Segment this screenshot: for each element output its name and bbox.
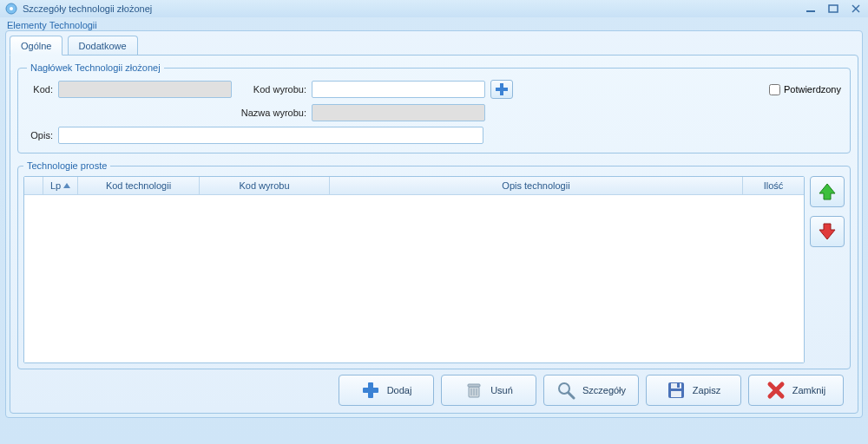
tab-general[interactable]: Ogólne (10, 36, 62, 56)
svg-marker-9 (819, 224, 835, 239)
kod-input (58, 81, 232, 98)
col-lp[interactable]: Lp (43, 177, 78, 194)
close-icon (766, 381, 786, 400)
kod-wyrobu-label: Kod wyrobu: (237, 84, 306, 95)
details-button[interactable]: Szczegóły (543, 375, 639, 406)
move-up-button[interactable] (810, 176, 845, 207)
col-kod-technologii[interactable]: Kod technologii (78, 177, 200, 194)
arrow-up-icon (817, 181, 838, 202)
main-panel: Ogólne Dodatkowe Nagłówek Technologii zł… (5, 30, 863, 418)
svg-line-18 (569, 393, 574, 398)
group-simple-legend: Technologie proste (23, 160, 110, 171)
plus-icon (495, 82, 509, 96)
section-label: Elementy Technologii (0, 17, 868, 30)
col-ilosc[interactable]: Ilość (743, 177, 804, 194)
col-kod-wyrobu[interactable]: Kod wyrobu (200, 177, 330, 194)
close-button[interactable] (849, 3, 863, 15)
svg-rect-13 (468, 384, 480, 387)
bottom-toolbar: Dodaj Usuń Szczegóły Zapisz Zamknij (17, 369, 851, 408)
arrow-down-icon (817, 221, 838, 242)
grid-body (24, 195, 804, 362)
svg-rect-22 (677, 383, 680, 388)
group-simple-tech: Technologie proste Lp Kod technologii Ko… (17, 160, 851, 369)
floppy-icon (667, 381, 686, 400)
tab-additional[interactable]: Dodatkowe (68, 36, 138, 55)
window-title: Szczegóły technologii złożonej (23, 3, 152, 14)
trash-icon (464, 381, 483, 400)
svg-rect-11 (363, 388, 378, 393)
plus-icon (361, 381, 380, 400)
app-icon (5, 3, 17, 15)
group-header: Nagłówek Technologii złożonej Kod: Kod w… (17, 62, 851, 153)
kod-wyrobu-lookup-button[interactable] (490, 80, 513, 99)
close-dialog-button[interactable]: Zamknij (748, 375, 844, 406)
titlebar: Szczegóły technologii złożonej (0, 0, 868, 17)
svg-point-1 (10, 7, 13, 10)
svg-rect-21 (671, 391, 681, 397)
delete-button[interactable]: Usuń (441, 375, 536, 406)
nazwa-wyrobu-label: Nazwa wyrobu: (237, 108, 306, 118)
move-down-button[interactable] (810, 216, 845, 247)
kod-wyrobu-input[interactable] (312, 81, 485, 98)
tab-page-general: Nagłówek Technologii złożonej Kod: Kod w… (10, 55, 858, 414)
svg-marker-8 (819, 184, 835, 199)
col-opis-technologii[interactable]: Opis technologii (330, 177, 743, 194)
maximize-button[interactable] (826, 3, 840, 15)
svg-rect-3 (829, 5, 838, 12)
confirmed-label: Potwierdzony (784, 84, 841, 95)
magnifier-icon (556, 381, 575, 400)
confirmed-checkbox[interactable]: Potwierdzony (769, 84, 841, 95)
svg-rect-20 (671, 383, 681, 388)
col-selector[interactable] (24, 177, 43, 194)
svg-rect-7 (496, 88, 508, 91)
save-button[interactable]: Zapisz (646, 375, 741, 406)
nazwa-wyrobu-input (312, 104, 485, 121)
add-button[interactable]: Dodaj (339, 375, 434, 406)
opis-label: Opis: (27, 130, 53, 140)
grid-header: Lp Kod technologii Kod wyrobu Opis techn… (24, 177, 804, 195)
simple-tech-grid[interactable]: Lp Kod technologii Kod wyrobu Opis techn… (23, 176, 805, 363)
kod-label: Kod: (27, 84, 53, 95)
group-header-legend: Nagłówek Technologii złożonej (27, 62, 164, 73)
sort-asc-icon (63, 183, 70, 188)
minimize-button[interactable] (804, 3, 818, 15)
opis-input[interactable] (58, 127, 483, 144)
tabs: Ogólne Dodatkowe (10, 35, 858, 56)
confirmed-checkbox-input[interactable] (769, 84, 780, 95)
